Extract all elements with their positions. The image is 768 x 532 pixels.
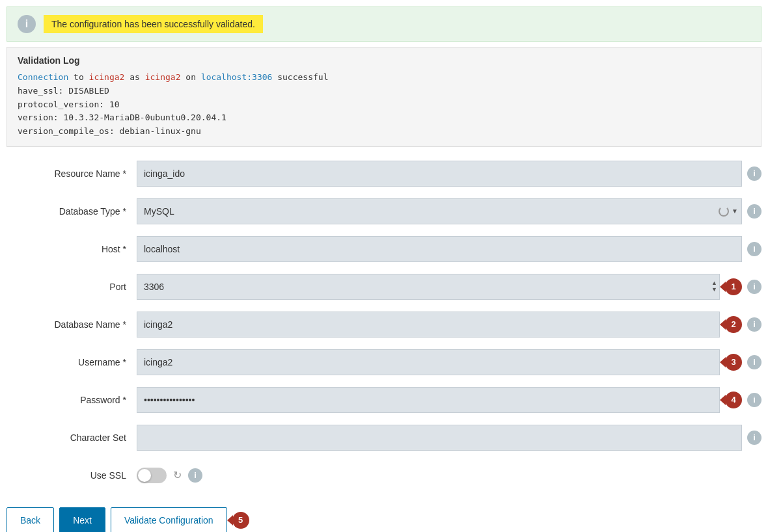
host-field-wrap: i — [137, 236, 761, 262]
character-set-field-wrap: i — [137, 425, 761, 451]
use-ssl-toggle[interactable] — [137, 468, 167, 483]
reload-icon: ↻ — [173, 469, 182, 481]
validation-log-content: Connection to icinga2 as icinga2 on loca… — [18, 71, 750, 139]
database-name-badge: 2 — [725, 316, 742, 333]
port-row: Port ▲ ▼ 1 i — [7, 271, 761, 303]
database-name-field-wrap: 2 i — [137, 312, 761, 338]
password-field-wrap: 4 i — [137, 387, 761, 413]
character-set-label: Character Set — [7, 432, 137, 443]
database-type-select[interactable]: MySQL PostgreSQL — [137, 198, 742, 224]
host-row: Host * i — [7, 233, 761, 265]
use-ssl-label: Use SSL — [7, 470, 137, 481]
validation-log: Validation Log Connection to icinga2 as … — [7, 47, 761, 147]
validate-badge: 5 — [232, 512, 249, 529]
port-increment-icon[interactable]: ▲ — [711, 280, 717, 286]
password-row: Password * 4 i — [7, 384, 761, 416]
host-input[interactable] — [137, 236, 742, 262]
success-message: The configuration has been successfully … — [44, 15, 263, 33]
resource-name-info-btn[interactable]: i — [747, 166, 761, 181]
info-icon: i — [18, 15, 36, 33]
database-type-label: Database Type * — [7, 206, 137, 217]
port-label: Port — [7, 282, 137, 292]
database-name-info-btn[interactable]: i — [747, 317, 761, 332]
use-ssl-row: Use SSL ↻ i — [7, 459, 761, 492]
back-button[interactable]: Back — [7, 507, 54, 532]
port-input-wrap: ▲ ▼ — [137, 274, 720, 300]
username-row: Username * 3 i — [7, 346, 761, 379]
resource-name-input[interactable] — [137, 161, 742, 187]
database-name-input[interactable] — [137, 312, 720, 338]
port-badge: 1 — [725, 278, 742, 295]
password-label: Password * — [7, 395, 137, 405]
use-ssl-info-btn[interactable]: i — [188, 468, 202, 483]
next-button[interactable]: Next — [59, 507, 105, 532]
database-type-info-btn[interactable]: i — [747, 204, 761, 219]
character-set-info-btn[interactable]: i — [747, 431, 761, 445]
port-info-btn[interactable]: i — [747, 280, 761, 294]
database-type-select-wrap: MySQL PostgreSQL ▼ — [137, 198, 742, 224]
resource-name-field-wrap: i — [137, 161, 761, 187]
username-badge: 3 — [725, 354, 742, 371]
success-banner: i The configuration has been successfull… — [7, 7, 761, 42]
database-type-row: Database Type * MySQL PostgreSQL ▼ i — [7, 195, 761, 228]
password-input[interactable] — [137, 387, 720, 413]
username-input[interactable] — [137, 349, 720, 375]
password-info-btn[interactable]: i — [747, 393, 761, 407]
username-info-btn[interactable]: i — [747, 355, 761, 369]
resource-name-row: Resource Name * i — [7, 157, 761, 190]
password-badge: 4 — [725, 392, 742, 408]
use-ssl-toggle-wrap: ↻ i — [137, 468, 202, 483]
validation-log-title: Validation Log — [18, 55, 750, 66]
host-info-btn[interactable]: i — [747, 242, 761, 256]
database-type-field-wrap: MySQL PostgreSQL ▼ i — [137, 198, 761, 224]
database-name-row: Database Name * 2 i — [7, 308, 761, 341]
username-label: Username * — [7, 357, 137, 367]
toggle-knob — [138, 469, 151, 482]
button-row: Back Next Validate Configuration 5 — [0, 497, 768, 532]
port-field-wrap: ▲ ▼ 1 i — [137, 274, 761, 300]
username-field-wrap: 3 i — [137, 349, 761, 375]
resource-name-label: Resource Name * — [7, 168, 137, 179]
validate-configuration-button[interactable]: Validate Configuration — [111, 507, 227, 532]
use-ssl-field-wrap: ↻ i — [137, 468, 761, 483]
character-set-row: Character Set i — [7, 421, 761, 454]
form: Resource Name * i Database Type * MySQL … — [0, 157, 768, 492]
host-label: Host * — [7, 244, 137, 254]
database-name-label: Database Name * — [7, 319, 137, 330]
character-set-input[interactable] — [137, 425, 742, 451]
port-input[interactable] — [137, 274, 720, 300]
port-decrement-icon[interactable]: ▼ — [711, 287, 717, 293]
